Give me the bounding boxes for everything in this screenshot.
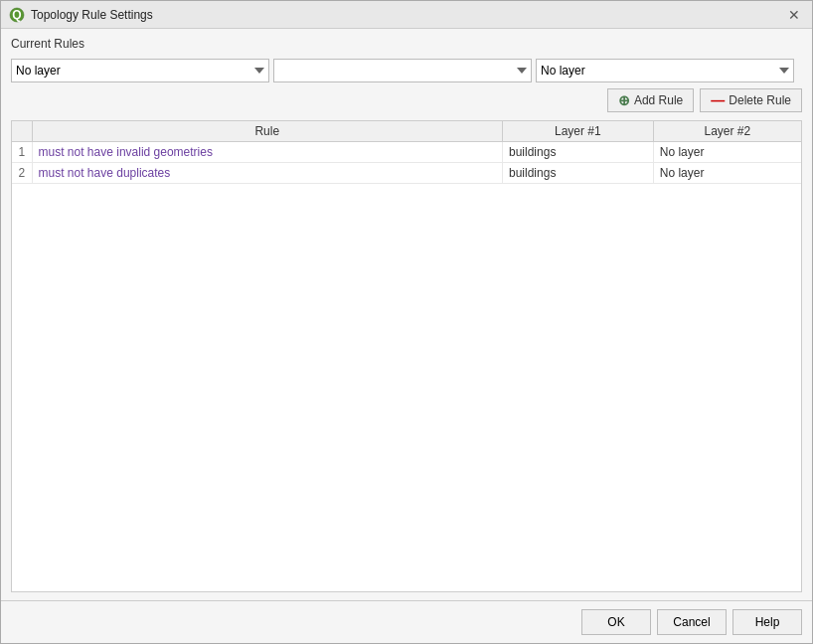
footer: OK Cancel Help [1, 600, 812, 643]
rules-table-container: Rule Layer #1 Layer #2 1must not have in… [11, 120, 802, 592]
row-layer2: No layer [653, 142, 801, 163]
row-index: 1 [12, 142, 32, 163]
cancel-button[interactable]: Cancel [657, 609, 727, 635]
row-layer1: buildings [503, 163, 654, 184]
close-button[interactable]: ✕ [784, 8, 804, 22]
layer1-dropdown[interactable]: No layer [11, 59, 269, 82]
col-layer1: Layer #1 [503, 121, 654, 142]
delete-rule-button[interactable]: — Delete Rule [700, 88, 802, 112]
layer2-dropdown[interactable]: No layer [536, 59, 794, 82]
col-index [12, 121, 32, 142]
row-rule: must not have invalid geometries [32, 142, 503, 163]
dropdowns-row: No layer No layer [11, 59, 802, 82]
add-rule-button[interactable]: ⊕ Add Rule [607, 88, 694, 112]
row-layer2: No layer [653, 163, 801, 184]
qgis-logo-icon: Q [9, 7, 25, 23]
table-row[interactable]: 2must not have duplicatesbuildingsNo lay… [12, 163, 801, 184]
rule-dropdown[interactable] [273, 59, 532, 82]
table-row[interactable]: 1must not have invalid geometriesbuildin… [12, 142, 801, 163]
delete-icon: — [711, 92, 725, 108]
svg-text:Q: Q [12, 7, 21, 21]
ok-button[interactable]: OK [581, 609, 651, 635]
titlebar-left: Q Topology Rule Settings [9, 7, 153, 23]
rules-table: Rule Layer #1 Layer #2 1must not have in… [12, 121, 801, 184]
current-rules-label: Current Rules [11, 37, 802, 51]
buttons-row: ⊕ Add Rule — Delete Rule [11, 88, 802, 112]
col-layer2: Layer #2 [653, 121, 801, 142]
titlebar: Q Topology Rule Settings ✕ [1, 1, 812, 29]
help-button[interactable]: Help [732, 609, 802, 635]
col-rule: Rule [32, 121, 503, 142]
row-layer1: buildings [503, 142, 654, 163]
add-icon: ⊕ [618, 92, 630, 108]
row-rule: must not have duplicates [32, 163, 503, 184]
row-index: 2 [12, 163, 32, 184]
main-window: Q Topology Rule Settings ✕ Current Rules… [0, 0, 813, 644]
window-title: Topology Rule Settings [31, 8, 153, 22]
main-content: Current Rules No layer No layer ⊕ Add Ru… [1, 29, 812, 600]
